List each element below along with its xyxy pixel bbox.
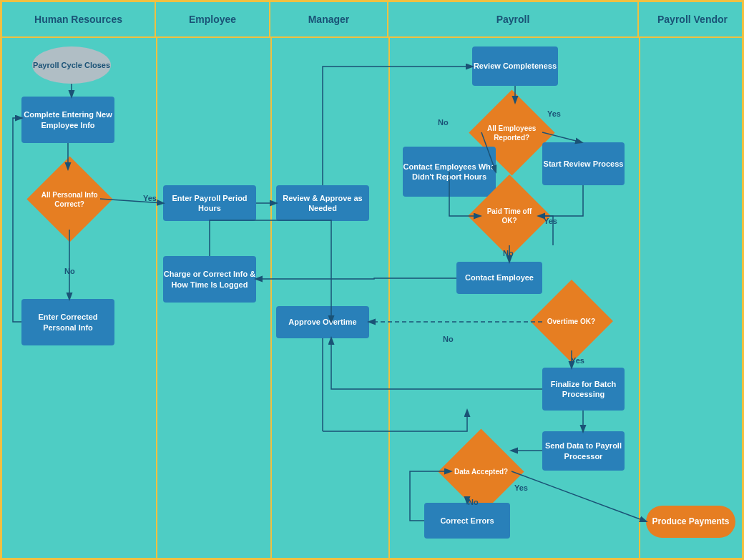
col-label-mgr: Manager [308,14,350,25]
paid-time-off-label: Paid Time off OK? [480,207,539,225]
review-approve-label: Review & Approve as Needed [276,193,369,214]
col-header-pay: Payroll [388,2,639,38]
charge-correct-label: Charge or Correct Info & How Time Is Log… [163,269,256,290]
all-personal-correct-label: All Personal Info Correct? [39,190,100,209]
col-div-2 [270,38,272,558]
overtime-ok-shape: Overtime OK? [530,280,613,363]
diagram-container: Human Resources Employee Manager Payroll… [0,0,744,560]
all-employees-reported-label: All Employees Reported? [481,124,542,142]
contact-employee-label: Contact Employee [465,272,534,283]
col-div-1 [156,38,157,558]
payroll-cycle-shape: Payroll Cycle Closes [32,46,111,84]
correct-errors-shape: Correct Errors [424,503,510,539]
yes-label-5: Yes [514,483,528,492]
data-accepted-shape: Data Accepted? [438,428,524,514]
no-label-5: No [468,498,479,506]
produce-payments-label: Produce Payments [652,516,729,528]
enter-corrected-label: Enter Corrected Personal Info [21,312,114,333]
enter-payroll-hours-label: Enter Payroll Period Hours [163,193,256,214]
no-label-2: No [438,118,449,127]
review-approve-shape: Review & Approve as Needed [276,185,369,221]
yes-label-4: Yes [571,356,584,365]
produce-payments-shape: Produce Payments [646,506,735,538]
contact-employees-shape: Contact Employees Who Didn't Report Hour… [403,147,496,197]
approve-overtime-label: Approve Overtime [288,317,356,327]
no-label-3: No [503,249,514,257]
contact-employees-label: Contact Employees Who Didn't Report Hour… [403,162,496,182]
enter-corrected-shape: Enter Corrected Personal Info [21,299,114,345]
col-label-emp: Employee [189,14,236,25]
finalize-batch-label: Finalize for Batch Processing [542,379,625,400]
contact-employee-shape: Contact Employee [456,262,542,294]
no-label-4: No [443,335,454,343]
finalize-batch-shape: Finalize for Batch Processing [542,368,625,411]
enter-payroll-hours-shape: Enter Payroll Period Hours [163,185,256,221]
start-review-label: Start Review Process [544,159,624,169]
correct-errors-label: Correct Errors [440,516,494,526]
yes-label-3: Yes [544,217,557,225]
review-completeness-shape: Review Completeness [472,46,558,86]
no-label-1: No [64,267,75,275]
all-personal-correct-shape: All Personal Info Correct? [26,156,112,242]
col-div-4 [639,38,640,558]
review-completeness-label: Review Completeness [474,61,557,71]
send-data-shape: Send Data to Payroll Processor [542,431,625,471]
overtime-ok-label: Overtime OK? [547,317,595,326]
complete-new-emp-label: Complete Entering New Employee Info [21,109,114,130]
col-label-pay: Payroll [496,14,530,25]
arrows-svg [2,2,744,560]
charge-correct-shape: Charge or Correct Info & How Time Is Log… [163,256,256,303]
col-label-hr: Human Resources [34,14,122,25]
data-accepted-label: Data Accepted? [454,467,508,476]
start-review-shape: Start Review Process [542,142,625,185]
col-div-3 [388,38,390,558]
col-label-vendor: Payroll Vendor [657,14,728,25]
col-header-mgr: Manager [270,2,388,38]
complete-new-emp-shape: Complete Entering New Employee Info [21,97,114,143]
col-header-hr: Human Resources [2,2,156,38]
col-header-vendor: Payroll Vendor [639,2,744,38]
col-header-emp: Employee [156,2,270,38]
yes-label-1: Yes [143,194,157,202]
send-data-label: Send Data to Payroll Processor [542,441,625,461]
payroll-cycle-label: Payroll Cycle Closes [33,60,110,70]
approve-overtime-shape: Approve Overtime [276,306,369,338]
yes-label-2: Yes [547,109,561,118]
